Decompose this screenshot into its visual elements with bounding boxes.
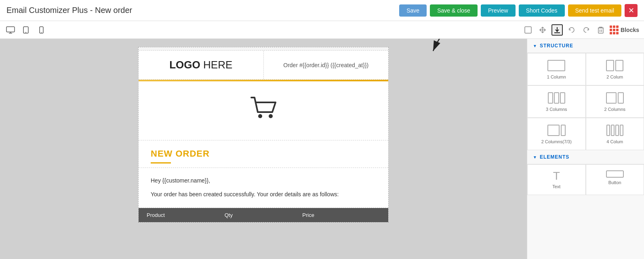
svg-point-17 [269, 114, 273, 118]
email-canvas: LOGO HERE Order #{{order.id}} ({{created… [138, 47, 389, 223]
app-header: Email Customizer Plus - New order Save S… [0, 0, 644, 21]
structure-2-columns-asym-label: 2 Columns [604, 107, 625, 112]
save-close-button[interactable]: Save & close [430, 4, 478, 17]
structure-3-column-label: 3 Columns [546, 107, 567, 112]
collapse-arrow-structure[interactable]: ▼ [533, 44, 537, 48]
svg-rect-0 [6, 27, 15, 32]
download-icon[interactable] [551, 24, 563, 36]
email-cart-section [139, 81, 388, 140]
element-text-label: Text [552, 184, 560, 189]
redo-icon[interactable] [581, 24, 592, 36]
structure-4-column-label: 4 Colum [606, 139, 623, 144]
structure-2-column-label: 2 Colum [606, 74, 623, 79]
structure-2-column[interactable]: 2 Colum [586, 53, 644, 85]
structure-2-columns-asym[interactable]: 2 Columns [586, 85, 644, 118]
structure-section-title: ▼ STRUCTURE [527, 39, 644, 53]
header-buttons: Save Save & close Preview Short Codes Se… [399, 4, 638, 17]
1-column-icon [546, 59, 566, 72]
table-col-qty: Qty [225, 212, 303, 218]
close-button[interactable]: ✕ [625, 4, 638, 17]
table-col-price: Price [302, 212, 380, 218]
toolbar-device-icons [5, 24, 47, 36]
4-column-icon [605, 124, 625, 137]
undo-icon[interactable] [566, 24, 577, 36]
new-order-title: NEW ORDER [151, 149, 376, 159]
email-body-section: Hey {{customer.name}}, Your order has be… [139, 168, 388, 208]
toolbar: Blocks [0, 21, 644, 39]
elements-section-title: ▼ ELEMENTS [527, 150, 644, 164]
title-underline [151, 162, 171, 163]
2-column-73-icon [546, 124, 566, 137]
email-body-text: Your order has been created successfully… [151, 190, 376, 200]
structure-2-columns-73-label: 2 Columns(7/3) [541, 139, 572, 144]
short-codes-button[interactable]: Short Codes [519, 4, 565, 17]
blocks-label: Blocks [610, 25, 639, 34]
mobile-icon[interactable] [36, 24, 47, 36]
structure-1-column[interactable]: 1 Column [527, 53, 586, 85]
svg-point-6 [41, 32, 42, 33]
desktop-icon[interactable] [5, 24, 16, 36]
element-text[interactable]: T Text [527, 164, 586, 195]
structure-3-columns[interactable]: 3 Columns [527, 85, 586, 118]
svg-rect-12 [598, 28, 603, 33]
main-layout: LOGO HERE Order #{{order.id}} ({{created… [0, 39, 644, 259]
send-test-email-button[interactable]: Send test email [568, 4, 622, 17]
table-col-product: Product [147, 212, 225, 218]
svg-point-16 [258, 114, 262, 118]
email-greeting: Hey {{customer.name}}, [151, 176, 376, 186]
tablet-icon[interactable] [20, 24, 32, 36]
cart-icon [247, 93, 280, 128]
structure-4-columns[interactable]: 4 Colum [586, 118, 644, 150]
email-top-stripe [139, 47, 388, 51]
button-element-icon [606, 170, 624, 178]
text-element-icon: T [553, 170, 560, 182]
email-header-row: LOGO HERE Order #{{order.id}} ({{created… [139, 51, 388, 80]
email-logo-cell: LOGO HERE [139, 51, 264, 79]
blocks-icon [610, 25, 619, 34]
2-column-icon [605, 59, 625, 72]
preview-button[interactable]: Preview [481, 4, 516, 17]
email-order-cell: Order #{{order.id}} ({{created_at}}) [264, 51, 389, 79]
structure-2-columns-73[interactable]: 2 Columns(7/3) [527, 118, 586, 150]
3-column-icon [546, 91, 566, 104]
sidebar: ▼ STRUCTURE 1 Column 2 Colum [527, 39, 644, 259]
element-button[interactable]: Button [586, 164, 644, 195]
svg-point-4 [25, 32, 26, 33]
select-icon[interactable] [522, 24, 534, 36]
element-button-label: Button [608, 180, 621, 185]
2-column-asym-icon [605, 91, 625, 104]
collapse-arrow-elements[interactable]: ▼ [533, 155, 537, 159]
email-table-header: Product Qty Price [139, 208, 388, 222]
email-title-section: NEW ORDER [139, 140, 388, 168]
structure-grid: 1 Column 2 Colum 3 Columns [527, 53, 644, 150]
structure-1-column-label: 1 Column [547, 74, 566, 79]
page-title: Email Customizer Plus - New order [6, 6, 132, 15]
move-icon[interactable] [537, 24, 548, 36]
canvas-area[interactable]: LOGO HERE Order #{{order.id}} ({{created… [0, 39, 527, 259]
delete-icon[interactable] [595, 24, 606, 36]
elements-grid: T Text Button [527, 164, 644, 195]
svg-rect-7 [525, 27, 531, 33]
logo-text: LOGO HERE [169, 59, 232, 71]
save-button[interactable]: Save [399, 4, 427, 17]
toolbar-actions: Blocks [522, 24, 639, 36]
